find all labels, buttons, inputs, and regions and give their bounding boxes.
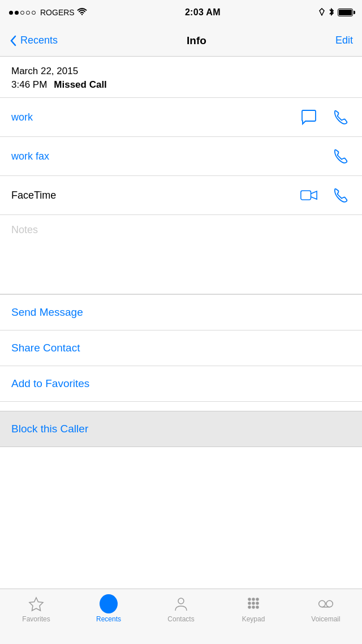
signal-dots	[9, 11, 36, 15]
recents-icon	[100, 595, 118, 613]
back-label: Recents	[20, 35, 58, 46]
dot-2	[15, 11, 19, 15]
notes-placeholder: Notes	[11, 224, 38, 235]
work-row: work	[0, 98, 362, 137]
keypad-tab-label: Keypad	[242, 615, 265, 623]
tab-favorites[interactable]: Favorites	[14, 595, 59, 623]
wifi-icon	[77, 8, 87, 18]
dot-5	[32, 11, 36, 15]
svg-point-10	[248, 606, 251, 608]
back-button[interactable]: Recents	[9, 34, 58, 48]
send-message-row[interactable]: Send Message	[0, 295, 362, 330]
block-caller-section[interactable]: Block this Caller	[0, 411, 362, 447]
tab-voicemail[interactable]: Voicemail	[303, 595, 348, 623]
svg-point-4	[248, 598, 251, 600]
facetime-video-button[interactable]	[299, 185, 319, 205]
location-icon	[318, 8, 325, 18]
dot-4	[26, 11, 30, 15]
svg-point-7	[248, 602, 251, 604]
call-time: 3:46 PM	[11, 79, 47, 91]
send-message-label: Send Message	[11, 306, 83, 318]
work-icons	[299, 107, 351, 127]
add-favorites-row[interactable]: Add to Favorites	[0, 366, 362, 402]
add-favorites-label: Add to Favorites	[11, 377, 89, 389]
share-contact-label: Share Contact	[11, 342, 80, 354]
svg-point-14	[326, 600, 333, 607]
status-right	[318, 7, 353, 18]
svg-rect-0	[301, 191, 311, 200]
message-button[interactable]	[299, 107, 319, 127]
keypad-icon	[244, 595, 262, 613]
work-label: work	[11, 111, 33, 123]
favorites-tab-label: Favorites	[22, 615, 50, 623]
tab-contacts[interactable]: Contacts	[158, 595, 204, 623]
status-time: 2:03 AM	[185, 7, 221, 18]
status-bar: ROGERS 2:03 AM	[0, 0, 362, 25]
tab-recents[interactable]: Recents	[86, 595, 131, 623]
svg-point-5	[252, 598, 255, 600]
call-date: March 22, 2015	[11, 66, 351, 77]
tab-keypad[interactable]: Keypad	[231, 595, 276, 623]
voicemail-tab-label: Voicemail	[311, 615, 340, 623]
contacts-tab-label: Contacts	[167, 615, 194, 623]
work-fax-label: work fax	[11, 151, 49, 162]
content-area: March 22, 2015 3:46 PM Missed Call work …	[0, 57, 362, 509]
share-contact-row[interactable]: Share Contact	[0, 330, 362, 366]
notes-section[interactable]: Notes	[0, 215, 362, 294]
action-section: Send Message Share Contact Add to Favori…	[0, 294, 362, 402]
carrier-label: ROGERS	[40, 8, 75, 17]
contacts-icon	[172, 595, 190, 613]
work-fax-row: work fax	[0, 137, 362, 176]
dot-3	[20, 11, 24, 15]
svg-point-8	[252, 602, 255, 604]
svg-point-12	[256, 606, 258, 608]
facetime-icons	[299, 185, 351, 205]
svg-point-3	[178, 598, 184, 604]
dot-1	[9, 11, 13, 15]
facetime-row: FaceTime	[0, 176, 362, 215]
call-info-section: March 22, 2015 3:46 PM Missed Call	[0, 57, 362, 98]
recents-tab-label: Recents	[96, 615, 121, 623]
call-time-row: 3:46 PM Missed Call	[11, 79, 351, 91]
favorites-icon	[27, 595, 45, 613]
call-status: Missed Call	[54, 79, 107, 91]
block-caller-label: Block this Caller	[11, 423, 88, 435]
svg-point-13	[319, 600, 326, 607]
battery-icon	[338, 8, 353, 16]
facetime-audio-button[interactable]	[330, 185, 351, 205]
svg-point-6	[256, 598, 258, 600]
svg-point-11	[252, 606, 255, 608]
bluetooth-icon	[329, 7, 334, 18]
work-fax-icons	[330, 146, 351, 166]
facetime-label: FaceTime	[11, 190, 56, 201]
voicemail-icon	[317, 595, 335, 613]
svg-marker-1	[29, 598, 43, 611]
svg-point-9	[256, 602, 258, 604]
tab-bar: Favorites Recents Contacts	[0, 589, 362, 644]
page-title: Info	[187, 35, 206, 47]
call-button-fax[interactable]	[330, 146, 351, 166]
edit-button[interactable]: Edit	[335, 35, 353, 46]
call-button-work[interactable]	[330, 107, 351, 127]
nav-bar: Recents Info Edit	[0, 25, 362, 57]
